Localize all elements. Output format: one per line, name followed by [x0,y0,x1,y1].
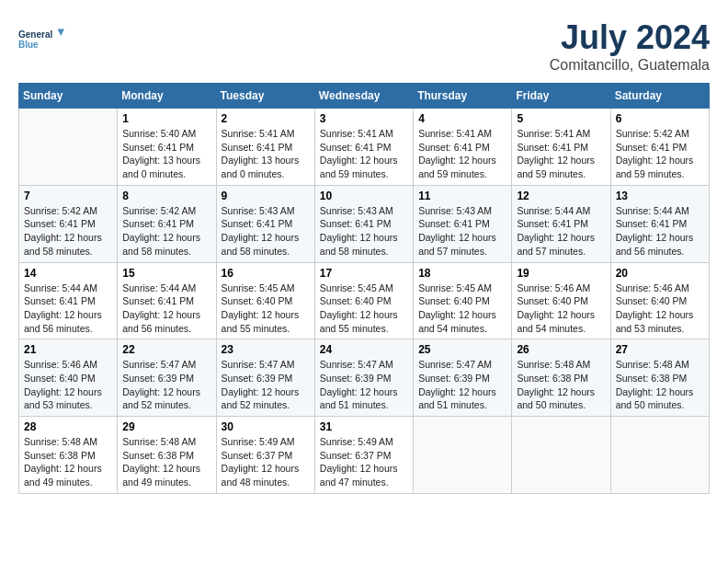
day-info: Sunrise: 5:47 AM Sunset: 6:39 PM Dayligh… [222,358,310,412]
sunrise-label: Sunrise: 5:47 AM [122,359,196,370]
daylight-label: Daylight: 12 hours and 59 minutes. [418,155,496,179]
sunset-label: Sunset: 6:41 PM [418,142,490,153]
sunrise-label: Sunrise: 5:46 AM [24,359,97,370]
day-info: Sunrise: 5:41 AM Sunset: 6:41 PM Dayligh… [517,127,605,181]
sunrise-label: Sunrise: 5:43 AM [222,205,295,216]
day-cell: 18 Sunrise: 5:45 AM Sunset: 6:40 PM Dayl… [414,262,512,339]
day-cell: 9 Sunrise: 5:43 AM Sunset: 6:41 PM Dayli… [216,185,314,262]
sunrise-label: Sunrise: 5:41 AM [222,128,295,139]
daylight-label: Daylight: 12 hours and 50 minutes. [517,386,595,411]
day-number: 31 [320,420,408,433]
day-info: Sunrise: 5:46 AM Sunset: 6:40 PM Dayligh… [24,358,112,412]
day-cell: 19 Sunrise: 5:46 AM Sunset: 6:40 PM Dayl… [512,262,610,339]
sunset-label: Sunset: 6:41 PM [517,218,588,229]
sunrise-label: Sunrise: 5:48 AM [616,359,689,370]
sunrise-label: Sunrise: 5:43 AM [320,205,393,216]
day-info: Sunrise: 5:40 AM Sunset: 6:41 PM Dayligh… [122,127,210,181]
day-number: 16 [222,267,310,280]
week-row-5: 28 Sunrise: 5:48 AM Sunset: 6:38 PM Dayl… [19,417,710,494]
day-cell: 5 Sunrise: 5:41 AM Sunset: 6:41 PM Dayli… [512,109,610,186]
day-number: 24 [320,343,408,356]
sunrise-label: Sunrise: 5:47 AM [320,359,393,370]
sunset-label: Sunset: 6:41 PM [122,142,194,153]
sunrise-label: Sunrise: 5:42 AM [122,205,196,216]
daylight-label: Daylight: 13 hours and 0 minutes. [122,155,200,179]
day-cell: 1 Sunrise: 5:40 AM Sunset: 6:41 PM Dayli… [118,109,216,186]
daylight-label: Daylight: 12 hours and 58 minutes. [122,232,200,257]
sunrise-label: Sunrise: 5:46 AM [616,282,689,293]
sunrise-label: Sunrise: 5:42 AM [616,128,689,139]
day-number: 19 [517,267,605,280]
day-number: 27 [616,343,704,356]
day-info: Sunrise: 5:41 AM Sunset: 6:41 PM Dayligh… [222,127,310,181]
day-cell: 27 Sunrise: 5:48 AM Sunset: 6:38 PM Dayl… [610,339,709,417]
sunset-label: Sunset: 6:38 PM [24,450,96,461]
day-cell [414,417,512,494]
day-info: Sunrise: 5:43 AM Sunset: 6:41 PM Dayligh… [222,204,310,259]
sunrise-label: Sunrise: 5:49 AM [222,436,295,447]
day-number: 11 [418,190,506,202]
day-cell: 10 Sunrise: 5:43 AM Sunset: 6:41 PM Dayl… [314,185,413,262]
daylight-label: Daylight: 12 hours and 51 minutes. [418,386,496,411]
day-info: Sunrise: 5:45 AM Sunset: 6:40 PM Dayligh… [320,282,408,336]
day-number: 4 [418,112,506,125]
daylight-label: Daylight: 12 hours and 47 minutes. [320,463,398,488]
day-cell: 24 Sunrise: 5:47 AM Sunset: 6:39 PM Dayl… [314,339,413,417]
day-cell: 4 Sunrise: 5:41 AM Sunset: 6:41 PM Dayli… [414,109,512,186]
sunset-label: Sunset: 6:41 PM [320,142,392,153]
sunrise-label: Sunrise: 5:41 AM [517,128,590,139]
sunset-label: Sunset: 6:39 PM [122,373,194,384]
day-info: Sunrise: 5:43 AM Sunset: 6:41 PM Dayligh… [418,204,506,259]
daylight-label: Daylight: 12 hours and 57 minutes. [517,232,595,257]
sunset-label: Sunset: 6:40 PM [517,295,588,306]
sunset-label: Sunset: 6:37 PM [222,450,293,461]
sunrise-label: Sunrise: 5:48 AM [24,436,97,447]
day-cell: 13 Sunrise: 5:44 AM Sunset: 6:41 PM Dayl… [610,185,709,262]
sunrise-label: Sunrise: 5:47 AM [418,359,492,370]
day-info: Sunrise: 5:47 AM Sunset: 6:39 PM Dayligh… [418,358,506,412]
day-cell [19,109,118,186]
week-row-4: 21 Sunrise: 5:46 AM Sunset: 6:40 PM Dayl… [19,339,710,417]
column-header-saturday: Saturday [610,84,709,109]
day-info: Sunrise: 5:43 AM Sunset: 6:41 PM Dayligh… [320,204,408,259]
day-info: Sunrise: 5:46 AM Sunset: 6:40 PM Dayligh… [616,282,704,336]
day-number: 3 [320,112,408,125]
day-number: 2 [222,112,310,125]
day-number: 17 [320,267,408,280]
day-info: Sunrise: 5:49 AM Sunset: 6:37 PM Dayligh… [320,435,408,489]
day-info: Sunrise: 5:44 AM Sunset: 6:41 PM Dayligh… [616,204,704,259]
day-number: 18 [418,267,506,280]
logo: General Blue [18,18,64,60]
day-cell: 25 Sunrise: 5:47 AM Sunset: 6:39 PM Dayl… [414,339,512,417]
day-cell [610,417,709,494]
calendar-table: SundayMondayTuesdayWednesdayThursdayFrid… [18,83,710,494]
daylight-label: Daylight: 12 hours and 53 minutes. [616,309,694,334]
sunrise-label: Sunrise: 5:46 AM [517,282,590,293]
day-info: Sunrise: 5:48 AM Sunset: 6:38 PM Dayligh… [24,435,112,489]
day-number: 15 [122,267,210,280]
day-info: Sunrise: 5:45 AM Sunset: 6:40 PM Dayligh… [418,282,506,336]
header-row: SundayMondayTuesdayWednesdayThursdayFrid… [19,84,710,109]
daylight-label: Daylight: 12 hours and 55 minutes. [222,309,300,334]
sunset-label: Sunset: 6:40 PM [616,295,688,306]
sunset-label: Sunset: 6:39 PM [320,373,392,384]
day-cell: 17 Sunrise: 5:45 AM Sunset: 6:40 PM Dayl… [314,262,413,339]
column-header-tuesday: Tuesday [216,84,314,109]
sunrise-label: Sunrise: 5:47 AM [222,359,295,370]
day-number: 21 [24,343,112,356]
sunset-label: Sunset: 6:38 PM [616,373,688,384]
day-number: 28 [24,420,112,433]
daylight-label: Daylight: 12 hours and 59 minutes. [616,155,694,179]
daylight-label: Daylight: 12 hours and 55 minutes. [320,309,398,334]
sunset-label: Sunset: 6:38 PM [517,373,588,384]
sunset-label: Sunset: 6:41 PM [517,142,588,153]
daylight-label: Daylight: 12 hours and 51 minutes. [320,386,398,411]
sunset-label: Sunset: 6:41 PM [418,218,490,229]
svg-text:Blue: Blue [18,40,39,50]
svg-marker-2 [58,29,65,37]
day-number: 8 [122,190,210,202]
daylight-label: Daylight: 12 hours and 50 minutes. [616,386,694,411]
day-number: 1 [122,112,210,125]
daylight-label: Daylight: 12 hours and 49 minutes. [122,463,200,488]
sunset-label: Sunset: 6:38 PM [122,450,194,461]
